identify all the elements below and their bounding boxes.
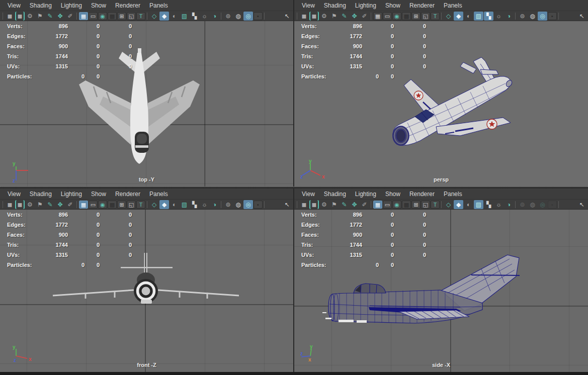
depth-of-field-icon[interactable]: ▪ — [548, 201, 557, 209]
grease-pencil-icon[interactable]: ✎ — [45, 12, 55, 21]
menu-shading[interactable]: Shading — [319, 190, 351, 199]
camera-attributes-icon[interactable]: ◼ — [15, 12, 25, 21]
textured-cube-icon[interactable]: ▧ — [180, 12, 189, 21]
menu-panels[interactable]: Panels — [145, 190, 173, 199]
menu-renderer[interactable]: Renderer — [405, 1, 439, 10]
safe-title-icon[interactable]: T — [431, 12, 440, 20]
bookmark-icon[interactable]: ⚑ — [35, 12, 45, 21]
motion-blur-icon[interactable]: ◍ — [528, 200, 537, 209]
resolution-gate-icon[interactable]: ◉ — [98, 12, 107, 20]
safe-title-icon[interactable]: T — [431, 201, 440, 209]
ao-spheres-icon[interactable]: ⊚ — [223, 200, 233, 209]
edit-pencil-icon[interactable]: ✐ — [65, 200, 75, 209]
field-chart-icon[interactable]: ⊞ — [411, 201, 421, 209]
checker-ball-icon[interactable]: ▚ — [484, 12, 493, 21]
ao-spheres-icon[interactable]: ⊚ — [518, 12, 527, 21]
wireframe-cube-icon[interactable]: ◇ — [444, 12, 453, 21]
camera-attributes-icon[interactable]: ◼ — [309, 200, 319, 209]
shaded-cube-icon[interactable]: ◆ — [454, 200, 463, 209]
menu-show[interactable]: Show — [381, 190, 405, 199]
wireframe-cube-icon[interactable]: ◇ — [149, 200, 159, 209]
grid-icon[interactable]: ▦ — [373, 12, 382, 20]
half-shaded-sphere-icon[interactable]: ◐ — [464, 200, 473, 209]
textured-cube-icon[interactable]: ▧ — [180, 200, 189, 209]
textured-cube-icon[interactable]: ▧ — [474, 200, 483, 209]
film-gate-icon[interactable]: ▭ — [89, 201, 98, 209]
menu-show[interactable]: Show — [381, 1, 405, 10]
isolate-select-icon[interactable]: ↖ — [282, 12, 292, 21]
wireframe-cube-icon[interactable]: ◇ — [444, 200, 453, 209]
safe-action-icon[interactable]: ◱ — [127, 12, 136, 20]
shaded-cube-icon[interactable]: ◆ — [159, 200, 169, 209]
multisample-icon[interactable]: ◎ — [538, 12, 547, 21]
depth-of-field-icon[interactable]: ▪ — [254, 12, 263, 20]
multisample-icon[interactable]: ◎ — [243, 200, 253, 209]
half-shaded-sphere-icon[interactable]: ◐ — [170, 12, 179, 21]
pane-divider-horizontal[interactable] — [0, 186, 588, 189]
menu-view[interactable]: View — [297, 190, 319, 199]
resolution-gate-icon[interactable]: ◉ — [392, 201, 401, 209]
shaded-cube-icon[interactable]: ◆ — [159, 12, 169, 21]
pivot-tool-icon[interactable]: ✥ — [350, 200, 359, 209]
motion-blur-icon[interactable]: ◍ — [233, 200, 243, 209]
light-bulb-icon[interactable]: ☼ — [200, 12, 209, 21]
select-camera-icon[interactable]: ◼ — [5, 200, 15, 209]
grease-pencil-icon[interactable]: ✎ — [45, 200, 55, 209]
grease-pencil-icon[interactable]: ✎ — [340, 12, 349, 21]
menu-panels[interactable]: Panels — [439, 1, 467, 10]
menu-renderer[interactable]: Renderer — [111, 1, 145, 10]
motion-blur-icon[interactable]: ◍ — [233, 12, 243, 21]
camera-attributes-icon[interactable]: ◼ — [309, 12, 319, 21]
ao-spheres-icon[interactable]: ⊚ — [223, 12, 233, 21]
resolution-gate-icon[interactable]: ◉ — [392, 12, 401, 20]
safe-action-icon[interactable]: ◱ — [127, 201, 136, 209]
shadows-sphere-icon[interactable]: ◑ — [210, 200, 219, 209]
depth-of-field-icon[interactable]: ▪ — [254, 201, 263, 209]
viewport-canvas-side[interactable]: Verts:89600Edges:177200Faces:90000Tris:1… — [294, 210, 588, 372]
edit-pencil-icon[interactable]: ✐ — [360, 12, 369, 21]
ao-spheres-icon[interactable]: ⊚ — [518, 200, 527, 209]
edit-pencil-icon[interactable]: ✐ — [360, 200, 369, 209]
viewport-canvas-persp[interactable]: Verts:89600Edges:177200Faces:90000Tris:1… — [294, 21, 588, 186]
grease-pencil-icon[interactable]: ✎ — [340, 200, 349, 209]
camera-settings-icon[interactable]: ⚙ — [25, 12, 35, 21]
textured-cube-icon[interactable]: ▧ — [474, 12, 483, 21]
menu-shading[interactable]: Shading — [25, 190, 56, 199]
isolate-select-icon[interactable]: ↖ — [282, 200, 292, 209]
gate-mask-icon[interactable]: ▩ — [108, 12, 117, 20]
safe-action-icon[interactable]: ◱ — [421, 12, 430, 20]
select-camera-icon[interactable]: ◼ — [299, 12, 309, 21]
camera-settings-icon[interactable]: ⚙ — [319, 200, 329, 209]
menu-panels[interactable]: Panels — [439, 190, 467, 199]
shadows-sphere-icon[interactable]: ◑ — [210, 12, 219, 21]
half-shaded-sphere-icon[interactable]: ◐ — [170, 200, 179, 209]
menu-view[interactable]: View — [3, 190, 25, 199]
menu-show[interactable]: Show — [87, 1, 111, 10]
menu-renderer[interactable]: Renderer — [405, 190, 439, 199]
field-chart-icon[interactable]: ⊞ — [117, 201, 126, 209]
menu-shading[interactable]: Shading — [25, 1, 56, 10]
wireframe-cube-icon[interactable]: ◇ — [149, 12, 159, 21]
isolate-select-icon[interactable]: ↖ — [577, 200, 586, 209]
menu-lighting[interactable]: Lighting — [351, 1, 381, 10]
checker-ball-icon[interactable]: ▚ — [190, 200, 199, 209]
menu-show[interactable]: Show — [87, 190, 111, 199]
field-chart-icon[interactable]: ⊞ — [411, 12, 421, 20]
select-camera-icon[interactable]: ◼ — [299, 200, 309, 209]
half-shaded-sphere-icon[interactable]: ◐ — [464, 12, 473, 21]
film-gate-icon[interactable]: ▭ — [383, 12, 392, 20]
grid-icon[interactable]: ▦ — [79, 201, 88, 209]
multisample-icon[interactable]: ◎ — [243, 12, 253, 21]
multisample-icon[interactable]: ◎ — [538, 200, 547, 209]
shaded-cube-icon[interactable]: ◆ — [454, 12, 463, 21]
grid-icon[interactable]: ▦ — [79, 12, 88, 20]
menu-view[interactable]: View — [3, 1, 25, 10]
viewport-canvas-front[interactable]: Verts:89600Edges:177200Faces:90000Tris:1… — [0, 210, 293, 372]
menu-lighting[interactable]: Lighting — [56, 1, 87, 10]
menu-panels[interactable]: Panels — [145, 1, 173, 10]
camera-settings-icon[interactable]: ⚙ — [25, 200, 35, 209]
safe-title-icon[interactable]: T — [136, 201, 145, 209]
bookmark-icon[interactable]: ⚑ — [329, 200, 339, 209]
menu-lighting[interactable]: Lighting — [351, 190, 381, 199]
pivot-tool-icon[interactable]: ✥ — [55, 200, 65, 209]
